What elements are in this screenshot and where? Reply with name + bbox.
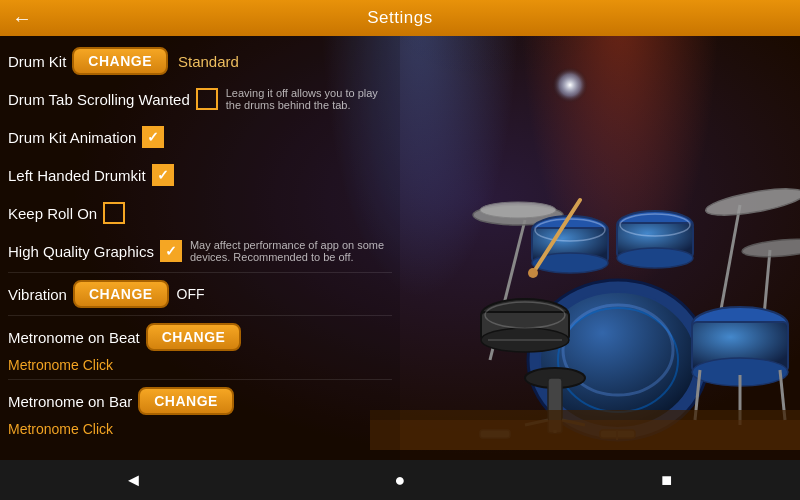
header-bar: ← Settings (0, 0, 800, 36)
vibration-label: Vibration (8, 286, 67, 303)
divider-2 (8, 315, 392, 316)
svg-point-44 (528, 268, 538, 278)
svg-rect-42 (370, 420, 800, 450)
divider-1 (8, 272, 392, 273)
left-handed-drumkit-row: Left Handed Drumkit ✓ (8, 156, 392, 194)
drum-tab-scrolling-row: Drum Tab Scrolling Wanted Leaving it off… (8, 80, 392, 118)
drum-tab-scrolling-checkbox[interactable] (196, 88, 218, 110)
nav-recent-button[interactable]: ■ (642, 470, 692, 491)
metronome-beat-change-button[interactable]: CHANGE (146, 323, 242, 351)
keep-roll-on-checkbox[interactable] (103, 202, 125, 224)
keep-roll-on-row: Keep Roll On (8, 194, 392, 232)
drum-tab-scrolling-label: Drum Tab Scrolling Wanted (8, 91, 190, 108)
metronome-bar-click-label[interactable]: Metronome Click (8, 420, 392, 441)
vibration-row: Vibration CHANGE OFF (8, 275, 392, 313)
high-quality-graphics-row: High Quality Graphics ✓ May affect perfo… (8, 232, 392, 270)
nav-back-button[interactable]: ◄ (108, 470, 158, 491)
drum-kit-animation-checkbox[interactable]: ✓ (142, 126, 164, 148)
left-handed-drumkit-label: Left Handed Drumkit (8, 167, 146, 184)
divider-3 (8, 379, 392, 380)
settings-panel: Drum Kit CHANGE Standard Drum Tab Scroll… (0, 36, 400, 460)
vibration-value: OFF (177, 286, 205, 302)
metronome-bar-change-button[interactable]: CHANGE (138, 387, 234, 415)
metronome-bar-row: Metronome on Bar CHANGE (8, 382, 392, 420)
nav-home-button[interactable]: ● (375, 470, 425, 491)
svg-point-16 (617, 248, 693, 268)
header-title: Settings (367, 8, 432, 28)
drum-kit-animation-row: Drum Kit Animation ✓ (8, 118, 392, 156)
high-quality-graphics-hint: May affect performance of app on some de… (190, 239, 392, 263)
checkmark-icon: ✓ (147, 130, 159, 144)
drum-kit-change-button[interactable]: CHANGE (72, 47, 168, 75)
back-button[interactable]: ← (12, 7, 32, 30)
nav-bar: ◄ ● ■ (0, 460, 800, 500)
metronome-beat-row: Metronome on Beat CHANGE (8, 318, 392, 356)
svg-point-5 (480, 202, 556, 218)
drum-tab-scrolling-hint: Leaving it off allows you to play the dr… (226, 87, 392, 111)
keep-roll-on-label: Keep Roll On (8, 205, 97, 222)
high-quality-graphics-checkbox[interactable]: ✓ (160, 240, 182, 262)
drum-kit-row: Drum Kit CHANGE Standard (8, 42, 392, 80)
checkmark-icon-3: ✓ (165, 244, 177, 258)
metronome-beat-click-label[interactable]: Metronome Click (8, 356, 392, 377)
metronome-beat-label: Metronome on Beat (8, 329, 140, 346)
metronome-bar-label: Metronome on Bar (8, 393, 132, 410)
left-handed-drumkit-checkbox[interactable]: ✓ (152, 164, 174, 186)
drum-kit-label: Drum Kit (8, 53, 66, 70)
vibration-change-button[interactable]: CHANGE (73, 280, 169, 308)
drum-kit-visual (370, 30, 800, 460)
svg-point-2 (552, 67, 588, 103)
drum-kit-animation-label: Drum Kit Animation (8, 129, 136, 146)
checkmark-icon-2: ✓ (157, 168, 169, 182)
high-quality-graphics-label: High Quality Graphics (8, 243, 154, 260)
drum-kit-value: Standard (178, 53, 239, 70)
